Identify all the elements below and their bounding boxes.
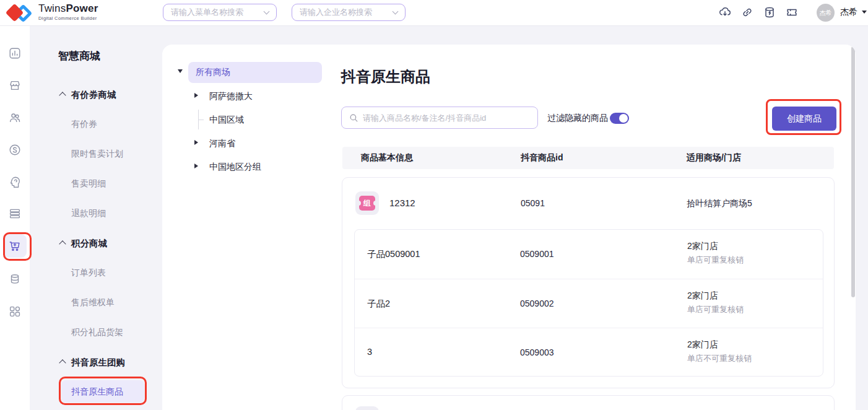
main-panel: 所有商场 阿萨德撒大 中国区域 河南省 中国地区分组 抖音原生商品 过滤隐藏的商… [162,45,856,410]
product-group-card-partial: 组 [342,395,835,410]
toggle-knob [619,114,628,123]
tree-collapsed-caret-icon[interactable] [194,164,198,168]
filter-hidden-toggle-on[interactable] [610,113,629,124]
cart-add-icon-active[interactable] [3,234,27,258]
analytics-icon[interactable] [8,46,22,60]
group-badge-square: 组 [355,191,379,215]
filter-hidden-label: 过滤隐藏的商品 [547,113,608,124]
product-group-card: 组 12312 05091 拾叶结算户商场5 子品0509001 0509001… [342,177,835,388]
sub-product-name: 子品0509001 [367,248,420,260]
group-badge-square: 组 [355,406,379,410]
sidebar-section-points-mall[interactable]: 积分商城 [30,237,162,251]
tree-node-asadesada[interactable]: 阿萨德撒大 [209,91,253,102]
chevron-down-icon [264,8,270,14]
col-header-douyin-id: 抖音商品id [521,152,563,164]
icon-rail [0,26,30,410]
table-header-row: 商品基本信息 抖音商品id 适用商场/门店 [342,147,834,169]
brand-logo-icon [6,2,35,24]
team-icon[interactable] [8,111,22,124]
sidebar-item-gift-shelf[interactable]: 积分礼品货架 [71,327,123,338]
table-row[interactable]: 子品0509001 0509001 2家门店 单店可重复核销 [355,230,823,279]
create-product-button[interactable]: 创建商品 [772,107,836,131]
tree-node-china-group[interactable]: 中国地区分组 [209,162,261,173]
page-title: 抖音原生商品 [341,67,430,87]
search-icon [349,113,359,123]
sidebar-item-coupon[interactable]: 有价券 [71,119,97,130]
brand-text: TwinsPower Digital Commerce Builder [38,2,98,21]
store-icon[interactable] [8,79,22,92]
company-search-select[interactable]: 请输入企业名称搜索 [292,4,406,21]
product-search-input[interactable] [363,108,534,128]
coins-icon[interactable] [8,273,22,286]
sidebar-section-coupon-mall[interactable]: 有价券商城 [30,88,162,103]
sidebar-menu: 智慧商城 有价券商城 有价券 限时售卖计划 售卖明细 退款明细 积分商城 订单列… [30,26,162,410]
tree-connector-line [198,120,204,120]
link-icon[interactable] [740,6,755,20]
group-scope: 拾叶结算户商场5 [687,198,752,209]
sidebar-section-douyin-groupbuy[interactable]: 抖音原生团购 [30,355,162,370]
col-header-scope: 适用商场/门店 [687,152,741,164]
tree-node-henan[interactable]: 河南省 [209,138,235,149]
tree-collapsed-caret-icon[interactable] [194,93,198,98]
database-icon[interactable] [763,6,778,20]
sub-product-name: 子品2 [367,298,390,310]
sub-product-stores: 2家门店 [687,290,718,302]
apps-grid-icon[interactable] [8,305,22,318]
sub-product-stores: 2家门店 [687,241,718,252]
sub-product-douyin-id: 0509002 [520,299,554,308]
sub-product-stores: 2家门店 [687,339,718,351]
sidebar-section-label: 抖音原生团购 [71,357,125,369]
list-icon[interactable] [8,207,22,220]
product-search-box [341,107,538,129]
col-header-product-info: 商品基本信息 [361,152,413,164]
table-row[interactable]: 3 0509003 2家门店 单店不可重复核销 [355,328,823,377]
insight-icon[interactable] [8,175,22,189]
sidebar-item-refund-detail[interactable]: 退款明细 [71,208,106,219]
sidebar-title: 智慧商城 [58,49,100,63]
chevron-up-icon [59,240,66,247]
chevron-up-icon [59,359,66,366]
vertical-scrollbar[interactable] [851,46,855,297]
sub-product-douyin-id: 0509003 [520,347,554,357]
chevron-up-icon [59,92,66,98]
user-menu-caret-icon[interactable] [862,11,867,14]
sidebar-item-sale-detail[interactable]: 售卖明细 [71,178,106,190]
menu-search-placeholder: 请输入菜单名称搜索 [171,7,264,18]
sidebar-item-aftersale[interactable]: 售后维权单 [71,297,115,308]
sub-product-rule: 单店不可重复核销 [687,353,752,364]
top-header: TwinsPower Digital Commerce Builder 请输入菜… [0,0,868,26]
group-douyin-id: 05091 [521,198,545,208]
sidebar-item-douyin-native-product-active[interactable]: 抖音原生商品 [61,380,144,403]
brand-name-light: Twins [38,2,66,14]
tree-expanded-caret-icon[interactable] [178,69,183,73]
tree-node-china-region[interactable]: 中国区域 [209,115,244,126]
app-window: TwinsPower Digital Commerce Builder 请输入菜… [0,0,868,410]
sub-product-table: 子品0509001 0509001 2家门店 单店可重复核销 子品2 05090… [354,229,823,377]
sidebar-section-label: 积分商城 [71,238,107,250]
tree-node-all-malls-selected[interactable]: 所有商场 [188,62,322,83]
table-row[interactable]: 子品2 0509002 2家门店 单店可重复核销 [355,279,823,328]
sub-product-rule: 单店可重复核销 [687,255,744,266]
coupon-icon[interactable] [785,6,800,20]
user-name[interactable]: 杰希 [840,7,857,18]
chevron-down-icon [393,8,399,14]
sidebar-section-label: 有价券商城 [71,89,116,101]
brand-name-bold: Power [66,2,98,14]
user-avatar[interactable]: 杰希 [817,4,835,22]
sidebar-item-limited-sale-plan[interactable]: 限时售卖计划 [71,149,123,160]
menu-search-select[interactable]: 请输入菜单名称搜索 [163,4,277,21]
tree-collapsed-caret-icon[interactable] [194,140,198,145]
group-badge-icon: 组 [359,196,375,211]
sub-product-name: 3 [367,347,372,357]
company-search-placeholder: 请输入企业名称搜索 [300,7,393,18]
sidebar-item-order-list[interactable]: 订单列表 [71,268,106,279]
balance-icon[interactable] [8,143,22,157]
group-name[interactable]: 12312 [389,198,415,208]
brand-subtitle: Digital Commerce Builder [38,15,98,21]
sub-product-douyin-id: 0509001 [520,249,554,259]
cloud-download-icon[interactable] [718,6,733,20]
sub-product-rule: 单店可重复核销 [687,304,744,315]
tree-root-label: 所有商场 [196,67,230,78]
sidebar-active-item-label: 抖音原生商品 [71,386,123,398]
